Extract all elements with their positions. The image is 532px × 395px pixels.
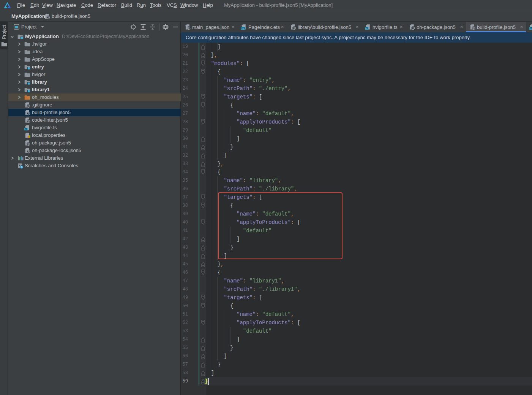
svg-text:TS: TS <box>25 128 28 130</box>
svg-text:ETS: ETS <box>241 27 245 29</box>
svg-text:ETS: ETS <box>529 27 532 29</box>
svg-text:TS: TS <box>366 27 368 29</box>
